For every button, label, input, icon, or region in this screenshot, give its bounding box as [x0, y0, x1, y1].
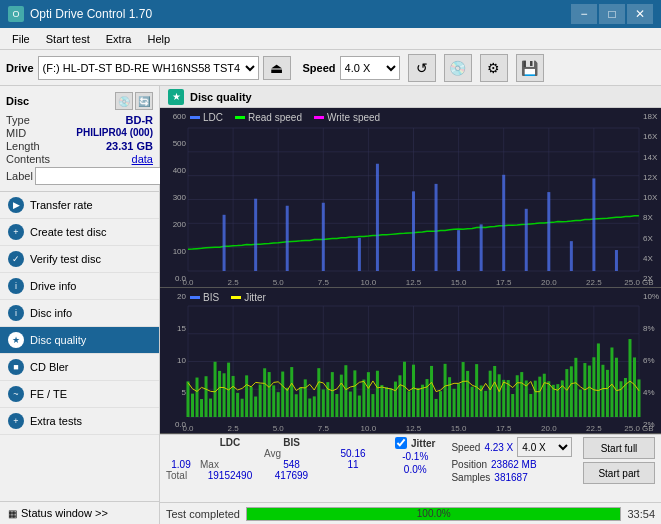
app-title: Opti Drive Control 1.70 [30, 7, 152, 21]
menu-file[interactable]: File [4, 31, 38, 47]
total-key: Total [166, 470, 196, 481]
content-area: ★ Disc quality LDC Read speed [160, 86, 661, 524]
status-window[interactable]: ▦ Status window >> [0, 501, 159, 524]
title-bar: O Opti Drive Control 1.70 − □ ✕ [0, 0, 661, 28]
max-bis: 11 [323, 459, 383, 470]
dq-title: Disc quality [190, 91, 252, 103]
time-text: 33:54 [627, 508, 655, 520]
menu-start-test[interactable]: Start test [38, 31, 98, 47]
dq-icon: ★ [168, 89, 184, 105]
nav-icon-drive-info: i [8, 278, 24, 294]
samples-value: 381687 [494, 472, 527, 483]
nav-fe-te[interactable]: ~ FE / TE [0, 381, 159, 408]
nav-label-verify-test-disc: Verify test disc [30, 253, 101, 265]
disc-icon-2[interactable]: 🔄 [135, 92, 153, 110]
disc-panel: Disc 💿 🔄 Type BD-R MID PHILIPR04 (000) L… [0, 86, 159, 192]
disc-title: Disc [6, 95, 29, 107]
eject-button[interactable]: ⏏ [263, 56, 291, 80]
chart-ldc: LDC Read speed Write speed 6005004003002… [160, 108, 661, 288]
chart-bis: BIS Jitter 20151050.0 10%8%6%4%2% [160, 288, 661, 434]
drive-select[interactable]: (F:) HL-DT-ST BD-RE WH16NS58 TST4 [38, 56, 259, 80]
menu-extra[interactable]: Extra [98, 31, 140, 47]
length-value: 23.31 GB [106, 140, 153, 152]
maximize-button[interactable]: □ [599, 4, 625, 24]
speed-select-stats[interactable]: 4.0 X [517, 437, 572, 457]
position-value: 23862 MB [491, 459, 537, 470]
jitter-checkbox[interactable] [395, 437, 407, 449]
jitter-checkbox-area [166, 448, 260, 459]
start-full-button[interactable]: Start full [583, 437, 655, 459]
nav-icon-verify-test-disc: ✓ [8, 251, 24, 267]
max-jitter: 0.0% [395, 464, 435, 475]
status-window-label: Status window >> [21, 507, 108, 519]
label-input[interactable] [35, 167, 168, 185]
type-label: Type [6, 114, 30, 126]
nav-icon-disc-quality: ★ [8, 332, 24, 348]
chart1-y-right: 18X16X14X12X10X8X6X4X2X [641, 108, 661, 287]
nav-icon-transfer-rate: ▶ [8, 197, 24, 213]
legend-bis: BIS [203, 292, 219, 303]
chart2-canvas [160, 288, 661, 433]
status-window-icon: ▦ [8, 508, 17, 519]
start-part-button[interactable]: Start part [583, 462, 655, 484]
menu-help[interactable]: Help [139, 31, 178, 47]
max-ldc: 548 [264, 459, 319, 470]
chart1-canvas [160, 108, 661, 287]
speed-key: Speed [451, 442, 480, 453]
disc-icon-1[interactable]: 💿 [115, 92, 133, 110]
nav-transfer-rate[interactable]: ▶ Transfer rate [0, 192, 159, 219]
label-key: Label [6, 170, 33, 182]
chart2-legend: BIS Jitter [190, 292, 266, 303]
nav-icon-extra-tests: + [8, 413, 24, 429]
contents-value[interactable]: data [132, 153, 153, 165]
mid-label: MID [6, 127, 26, 139]
legend-jitter: Jitter [244, 292, 266, 303]
nav-icon-cd-bler: ■ [8, 359, 24, 375]
nav-label-disc-quality: Disc quality [30, 334, 86, 346]
stats-bar: LDC BIS Avg 50.16 1.09 Max 548 11 Total … [160, 434, 661, 502]
menu-bar: File Start test Extra Help [0, 28, 661, 50]
nav-disc-quality[interactable]: ★ Disc quality [0, 327, 159, 354]
legend-read-speed: Read speed [248, 112, 302, 123]
nav-label-fe-te: FE / TE [30, 388, 67, 400]
avg-bis: 1.09 [166, 459, 196, 470]
minimize-button[interactable]: − [571, 4, 597, 24]
speed-select-drive[interactable]: 4.0 X [340, 56, 400, 80]
nav-icon-disc-info: i [8, 305, 24, 321]
nav-cd-bler[interactable]: ■ CD Bler [0, 354, 159, 381]
col-ldc: LDC [200, 437, 260, 448]
chart1-legend: LDC Read speed Write speed [190, 112, 380, 123]
chart1-y-left: 6005004003002001000.0 [160, 108, 188, 287]
max-key: Max [200, 459, 260, 470]
avg-ldc: 50.16 [323, 448, 383, 459]
nav-drive-info[interactable]: i Drive info [0, 273, 159, 300]
refresh-button[interactable]: ↺ [408, 54, 436, 82]
save-button[interactable]: 💾 [516, 54, 544, 82]
chart2-y-right: 10%8%6%4%2% [641, 288, 661, 433]
avg-jitter: -0.1% [395, 451, 435, 462]
nav-extra-tests[interactable]: + Extra tests [0, 408, 159, 435]
nav-verify-test-disc[interactable]: ✓ Verify test disc [0, 246, 159, 273]
sidebar: Disc 💿 🔄 Type BD-R MID PHILIPR04 (000) L… [0, 86, 160, 524]
col-bis: BIS [264, 437, 319, 448]
jitter-speed-section: Jitter -0.1% 0.0% [395, 437, 435, 475]
speed-value: 4.23 X [484, 442, 513, 453]
nav-create-test-disc[interactable]: + Create test disc [0, 219, 159, 246]
settings-button[interactable]: ⚙ [480, 54, 508, 82]
app-icon: O [8, 6, 24, 22]
close-button[interactable]: ✕ [627, 4, 653, 24]
speed-label: Speed [303, 62, 336, 74]
action-buttons: Start full Start part [583, 437, 655, 484]
legend-ldc: LDC [203, 112, 223, 123]
nav-icon-fe-te: ~ [8, 386, 24, 402]
nav-label-cd-bler: CD Bler [30, 361, 69, 373]
legend-write-speed: Write speed [327, 112, 380, 123]
nav-disc-info[interactable]: i Disc info [0, 300, 159, 327]
mid-value: PHILIPR04 (000) [76, 127, 153, 139]
samples-key: Samples [451, 472, 490, 483]
burn-button[interactable]: 💿 [444, 54, 472, 82]
progress-percent: 100.0% [247, 508, 620, 520]
chart2-y-left: 20151050.0 [160, 288, 188, 433]
nav-label-disc-info: Disc info [30, 307, 72, 319]
drive-bar: Drive (F:) HL-DT-ST BD-RE WH16NS58 TST4 … [0, 50, 661, 86]
